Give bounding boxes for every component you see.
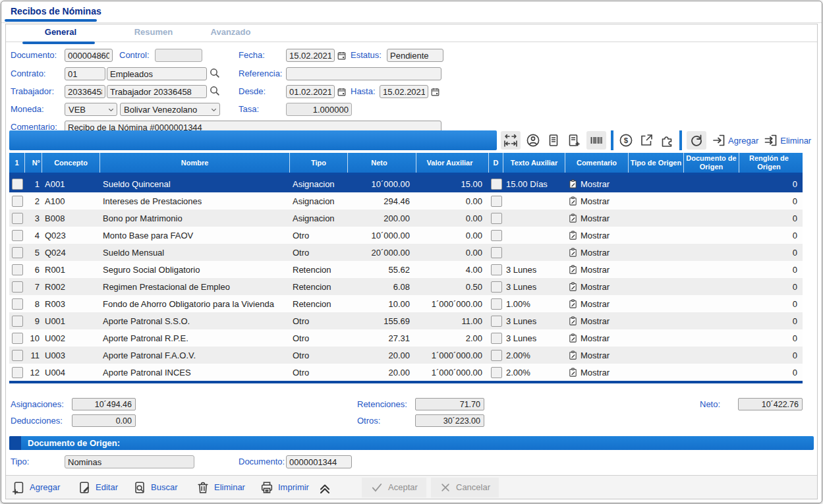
row-select-checkbox[interactable]: [12, 213, 23, 224]
d-checkbox[interactable]: [491, 179, 502, 190]
desde-calendar-icon[interactable]: [337, 86, 347, 97]
table-row[interactable]: 3B008Bono por MatrimonioAsignacion200.00…: [9, 210, 803, 227]
row-select-checkbox[interactable]: [12, 179, 23, 190]
tab-general[interactable]: General: [24, 27, 97, 37]
eliminar-button[interactable]: Eliminar: [196, 476, 245, 499]
mostrar-link[interactable]: Mostrar: [581, 350, 610, 360]
grid-add-button[interactable]: Agregar: [711, 132, 758, 148]
cancelar-button[interactable]: Cancelar: [431, 476, 499, 499]
estatus-field[interactable]: [387, 49, 443, 62]
control-field[interactable]: [155, 49, 202, 62]
trabajador-name-field[interactable]: [107, 85, 207, 98]
tab-resumen[interactable]: Resumen: [117, 27, 190, 37]
mostrar-link[interactable]: Mostrar: [581, 333, 610, 343]
col-header-n[interactable]: N°: [25, 153, 42, 173]
row-select-checkbox[interactable]: [12, 281, 23, 293]
d-checkbox[interactable]: [491, 247, 502, 258]
d-checkbox[interactable]: [491, 350, 502, 361]
mostrar-link[interactable]: Mostrar: [581, 265, 610, 275]
d-checkbox[interactable]: [491, 230, 502, 241]
col-header-concepto[interactable]: Concepto: [42, 153, 100, 173]
table-row[interactable]: 1A001Sueldo QuincenalAsignacion10´000.00…: [9, 175, 803, 192]
mostrar-link[interactable]: Mostrar: [581, 368, 610, 378]
fecha-field[interactable]: [286, 49, 335, 62]
fecha-calendar-icon[interactable]: [337, 50, 347, 61]
mostrar-link[interactable]: Mostrar: [581, 179, 610, 189]
referencia-field[interactable]: [286, 67, 441, 80]
mostrar-link[interactable]: Mostrar: [581, 282, 610, 292]
external-link-icon[interactable]: [639, 132, 654, 148]
editar-button[interactable]: Editar: [77, 476, 118, 499]
origen-tipo-field[interactable]: [65, 455, 194, 468]
document-icon[interactable]: [546, 132, 561, 148]
contrato-name-field[interactable]: [107, 67, 207, 80]
moneda-name-select[interactable]: Bolivar Venezolano: [120, 103, 220, 116]
fit-columns-icon[interactable]: [501, 131, 521, 150]
imprimir-button[interactable]: Imprimir: [260, 476, 309, 499]
contrato-code-field[interactable]: [65, 67, 105, 80]
tab-avanzado[interactable]: Avanzado: [194, 27, 267, 37]
moneda-code-select[interactable]: VEB: [65, 103, 117, 116]
d-checkbox[interactable]: [491, 367, 502, 378]
document-add-icon[interactable]: [566, 132, 582, 148]
barcode-icon[interactable]: [586, 131, 606, 150]
trabajador-code-field[interactable]: [65, 85, 105, 98]
d-checkbox[interactable]: [491, 333, 502, 344]
agregar-button[interactable]: Agregar: [11, 476, 60, 499]
documento-field[interactable]: [65, 49, 113, 62]
col-header-comentario[interactable]: Comentario: [565, 153, 629, 173]
d-checkbox[interactable]: [491, 281, 502, 293]
col-header-nombre[interactable]: Nombre: [100, 153, 290, 173]
table-row[interactable]: 7R002Regimen Prestacional de EmpleoReten…: [9, 278, 803, 295]
row-select-checkbox[interactable]: [12, 367, 23, 378]
table-row[interactable]: 11U003Aporte Patronal F.A.O.V.Otro20.001…: [9, 347, 803, 364]
row-select-checkbox[interactable]: [12, 264, 23, 275]
row-select-checkbox[interactable]: [12, 247, 23, 258]
row-select-checkbox[interactable]: [12, 196, 23, 207]
mostrar-link[interactable]: Mostrar: [581, 316, 610, 326]
col-header-d[interactable]: D: [489, 153, 503, 173]
table-row[interactable]: 6R001Seguro Social ObligatorioRetencion5…: [9, 261, 803, 278]
currency-icon[interactable]: $: [618, 132, 634, 148]
row-select-checkbox[interactable]: [12, 350, 23, 361]
origen-documento-field[interactable]: [286, 455, 352, 468]
desde-field[interactable]: [286, 85, 335, 98]
mostrar-link[interactable]: Mostrar: [581, 299, 610, 309]
col-header-tipo[interactable]: Tipo: [290, 153, 348, 173]
buscar-button[interactable]: Buscar: [132, 476, 177, 499]
hasta-field[interactable]: [380, 85, 428, 98]
refresh-icon[interactable]: [687, 131, 706, 150]
contrato-search-icon[interactable]: [209, 67, 221, 79]
row-select-checkbox[interactable]: [12, 298, 23, 310]
aceptar-button[interactable]: Aceptar: [362, 476, 426, 499]
col-header-documento-origen[interactable]: Documento de Origen: [684, 153, 739, 173]
d-checkbox[interactable]: [491, 298, 502, 310]
table-row[interactable]: 8R003Fondo de Ahorro Obligatorio para la…: [9, 295, 803, 312]
d-checkbox[interactable]: [491, 213, 502, 224]
collapse-button[interactable]: [317, 476, 333, 499]
mostrar-link[interactable]: Mostrar: [581, 231, 610, 240]
hasta-calendar-icon[interactable]: [430, 86, 440, 97]
d-checkbox[interactable]: [491, 196, 502, 207]
plugin-icon[interactable]: [659, 132, 675, 148]
row-select-checkbox[interactable]: [12, 316, 23, 327]
table-row[interactable]: 4Q023Monto Base para FAOVOtro10´000.000.…: [9, 227, 803, 244]
row-select-checkbox[interactable]: [12, 333, 23, 344]
col-header-tipo-origen[interactable]: Tipo de Origen: [629, 153, 684, 173]
worker-icon[interactable]: [525, 132, 541, 148]
col-header-neto[interactable]: Neto: [348, 153, 416, 173]
col-header-renglon-origen[interactable]: Renglón de Origen: [739, 153, 803, 173]
col-header-valor-auxiliar[interactable]: Valor Auxiliar: [416, 153, 489, 173]
col-header-texto-auxiliar[interactable]: Texto Auxiliar: [503, 153, 565, 173]
mostrar-link[interactable]: Mostrar: [581, 196, 610, 206]
d-checkbox[interactable]: [491, 264, 502, 275]
table-row[interactable]: 2A100Intereses de PrestacionesAsignacion…: [9, 192, 803, 210]
mostrar-link[interactable]: Mostrar: [581, 248, 610, 258]
trabajador-search-icon[interactable]: [209, 85, 221, 97]
d-checkbox[interactable]: [491, 316, 502, 327]
row-select-checkbox[interactable]: [12, 230, 23, 241]
table-row[interactable]: 10U002Aporte Patronal R.P.E.Otro27.312.0…: [9, 329, 803, 347]
table-row[interactable]: 9U001Aporte Patronal S.S.O.Otro155.6911.…: [9, 312, 803, 329]
grid-delete-button[interactable]: Eliminar: [763, 132, 811, 148]
tasa-field[interactable]: [286, 103, 352, 116]
